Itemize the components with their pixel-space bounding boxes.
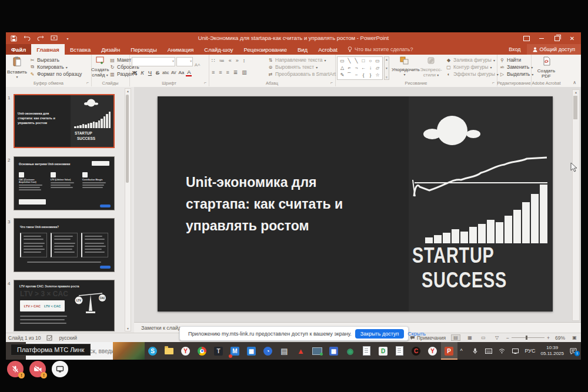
stop-sharing-button[interactable]: Закрыть доступ (355, 329, 405, 339)
drawing-dialog-launcher[interactable]: ⌐ (491, 81, 496, 85)
slide-sorter-view-icon[interactable]: ▦ (466, 335, 474, 340)
current-slide[interactable]: Unit-экономика для стартапа: как считать… (158, 96, 553, 311)
camera-off-button[interactable]: ! (29, 361, 46, 377)
clipboard-dialog-launcher[interactable]: ⌐ (85, 81, 90, 85)
sign-in-button[interactable]: Вход (503, 44, 526, 55)
font-dialog-launcher[interactable]: ⌐ (203, 81, 208, 85)
increase-indent-icon[interactable]: » (236, 58, 239, 63)
change-case-button[interactable]: Aa (178, 70, 184, 75)
file-explorer-icon[interactable] (161, 342, 178, 360)
yandex-2-icon[interactable]: Y (425, 342, 441, 360)
spellcheck-icon[interactable] (46, 335, 53, 341)
tab-view[interactable]: Вид (292, 44, 313, 55)
tab-file[interactable]: Файл (6, 44, 31, 55)
copy-button[interactable]: ⧉Копировать▾ (29, 64, 82, 70)
microphone-tray-icon[interactable] (471, 348, 479, 354)
shape-glyph[interactable]: ▭ (374, 58, 381, 65)
green-d-app-icon[interactable]: D (375, 342, 392, 360)
format-painter-button[interactable]: ✎Формат по образцу (29, 71, 82, 77)
document-2-icon[interactable] (392, 342, 408, 360)
decrease-indent-icon[interactable]: « (229, 58, 232, 63)
shape-glyph[interactable]: ╲ (346, 58, 353, 65)
powerpoint-icon[interactable]: P (441, 342, 457, 360)
shape-glyph[interactable]: ¬ (353, 65, 360, 72)
thumbnails-scrollbar[interactable]: ▲ ▼ (125, 88, 131, 331)
paste-button[interactable]: Вставить ▾ (7, 56, 27, 79)
shapes-gallery[interactable]: ▭╲╲□○▭△⌐¬←↓▱✎⌒~{}☆ (337, 56, 383, 80)
shape-glyph[interactable]: △ (339, 65, 346, 72)
blue-round-app-icon[interactable]: ◔ (260, 342, 276, 360)
skype-icon[interactable]: S (145, 342, 161, 360)
normal-view-icon[interactable]: ▤ (451, 334, 460, 341)
tell-me-box[interactable]: Что вы хотите сделать? (343, 44, 418, 55)
text-direction-button[interactable]: ⇅Направление текста▾ (268, 57, 339, 63)
shape-fill-button[interactable]: ◆Заливка фигуры▾ (446, 57, 499, 63)
tab-transitions[interactable]: Переходы (125, 44, 162, 55)
new-slide-button[interactable]: Создать слайд ▾ (91, 56, 109, 78)
shape-effects-button[interactable]: ◐Эффекты фигуры▾ (446, 71, 499, 77)
strikethrough-button[interactable]: S (155, 69, 161, 76)
chrome-icon[interactable] (194, 342, 211, 360)
font-name-combo[interactable] (132, 57, 175, 66)
language-indicator[interactable]: русский (59, 335, 77, 341)
zoom-level[interactable]: 69% (555, 335, 565, 341)
language-tray-indicator[interactable]: РУС (525, 348, 536, 354)
globe-app-icon[interactable]: ◉ (342, 342, 359, 360)
shape-glyph[interactable]: ~ (353, 72, 360, 79)
tab-animations[interactable]: Анимация (162, 44, 199, 55)
align-right-icon[interactable]: ≡ (226, 69, 229, 75)
remote-desktop-icon[interactable] (309, 342, 326, 360)
font-color-button[interactable]: А (186, 69, 192, 76)
shape-glyph[interactable]: ⌒ (346, 72, 353, 79)
acrobat-reader-icon[interactable]: ▲ (293, 342, 309, 360)
quick-styles-button[interactable]: Экспресс- стили ▾ (419, 56, 443, 78)
cut-button[interactable]: ✂Вырезать (29, 57, 82, 63)
mic-muted-button[interactable]: ! (7, 361, 24, 377)
taskbar-clock[interactable]: 10:39 05.11.2025 (541, 345, 564, 357)
columns-icon[interactable]: ▥ (242, 69, 247, 75)
tab-design[interactable]: Дизайн (96, 44, 125, 55)
paragraph-dialog-launcher[interactable]: ⌐ (329, 81, 334, 85)
shape-outline-button[interactable]: ▢Контур фигуры▾ (446, 64, 499, 70)
text-shadow-button[interactable]: abc (162, 71, 169, 75)
tab-insert[interactable]: Вставка (65, 44, 96, 55)
thumbnail-slide-4[interactable]: LTV против CAC: Золотое правило роста LT… (14, 280, 115, 331)
minimize-icon[interactable] (534, 32, 549, 44)
tab-acrobat[interactable]: Acrobat (313, 44, 343, 55)
hide-notification-link[interactable]: Скрыть (407, 331, 426, 337)
select-button[interactable]: ▷Выделить▾ (499, 71, 533, 77)
shape-glyph[interactable]: ⌐ (346, 65, 353, 72)
consultant-icon[interactable]: C (408, 342, 425, 360)
search-highlight-image[interactable] (113, 342, 145, 360)
shape-glyph[interactable]: ○ (367, 58, 374, 65)
display-tray-icon[interactable] (512, 349, 520, 354)
action-center-icon[interactable]: 1 (569, 348, 577, 354)
screen-share-active-button[interactable] (52, 361, 68, 377)
yandex-browser-icon[interactable]: Y (178, 342, 194, 360)
font-size-combo[interactable] (176, 57, 193, 66)
shape-glyph[interactable]: ↓ (367, 65, 374, 72)
create-pdf-button[interactable]: Создать PDF (536, 56, 557, 79)
shape-glyph[interactable]: ☆ (374, 72, 381, 79)
smartart-button[interactable]: ⇄Преобразовать в SmartArt▾ (268, 71, 339, 77)
ribbon-display-options-icon[interactable] (519, 32, 534, 44)
close-icon[interactable]: ✕ (564, 32, 580, 44)
find-button[interactable]: ⚲Найти (499, 57, 533, 63)
document-icon[interactable] (359, 342, 375, 360)
shape-glyph[interactable]: ← (360, 65, 367, 72)
arrange-button[interactable]: Упорядочить ▾ (392, 56, 417, 76)
slide-title-textbox[interactable]: Unit-экономика для стартапа: как считать… (186, 172, 397, 237)
numbering-icon[interactable]: ≔ (219, 58, 225, 63)
align-text-button[interactable]: ⊜Выровнять текст▾ (268, 64, 339, 70)
shapes-gallery-scroll[interactable]: ▲▼≡ (384, 56, 389, 80)
blue-tile-app-icon[interactable]: ▦ (243, 342, 260, 360)
collapse-ribbon-icon[interactable]: ∧ (573, 80, 576, 85)
char-spacing-button[interactable]: AV (171, 71, 176, 75)
shape-glyph[interactable]: } (367, 72, 374, 79)
slideshow-view-icon[interactable]: ▽ (493, 335, 501, 340)
grow-font-icon[interactable]: A˄ (195, 62, 201, 68)
justify-icon[interactable]: ≣ (233, 69, 238, 75)
telegram-dark-icon[interactable]: T (211, 342, 227, 360)
hidden-icons-chevron[interactable]: ^ (457, 348, 466, 354)
thumbnail-slide-2[interactable]: Основные метрики Unit-экономики CAC (Cus… (14, 156, 115, 210)
